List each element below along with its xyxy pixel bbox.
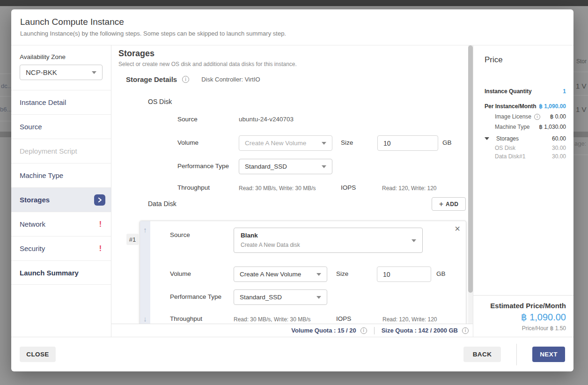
move-up-icon[interactable]: ↑ (140, 226, 150, 234)
close-button[interactable]: CLOSE (20, 347, 56, 362)
price-item-label: OS Disk (495, 145, 515, 151)
current-step-button[interactable] (94, 194, 105, 206)
add-button-label: ADD (446, 201, 458, 207)
data-disk-card: ↑ ↓ × Source Blank Create A New Data dis… (140, 221, 466, 324)
price-line-item: Machine Type ฿ 1,030.00 (495, 124, 566, 130)
price-item-value: ฿ 0.00 (550, 113, 566, 120)
storages-step-panel: Storages Select or create new OS disk an… (111, 45, 473, 337)
price-panel: Price Instance Quantity 1 Per Instance/M… (473, 45, 573, 337)
per-instance-label: Per Instance/Month (485, 103, 537, 110)
size-label: Size (336, 270, 348, 277)
divider (374, 327, 375, 334)
storages-expandable-row[interactable]: Storages 60.00 (485, 135, 566, 142)
chevron-down-icon (322, 142, 326, 145)
remove-disk-close-icon[interactable]: × (455, 224, 460, 233)
sidebar-item-network[interactable]: Network ! (11, 212, 111, 236)
source-label: Source (170, 231, 190, 238)
back-button[interactable]: BACK (463, 347, 501, 362)
price-line-item: OS Disk 30.00 (495, 145, 566, 151)
price-line-item: Data Disk#1 30.00 (495, 153, 566, 160)
data-disk-section-label: Data Disk (148, 200, 176, 207)
chevron-down-icon (316, 296, 321, 299)
price-item-value: ฿ 1,030.00 (539, 124, 566, 130)
price-heading: Price (485, 55, 503, 65)
page-description: Select or create new OS disk and additio… (118, 61, 297, 67)
data-source-select-value: Blank (241, 232, 258, 239)
throughput-label: Throughput (170, 315, 202, 322)
move-down-icon[interactable]: ↓ (140, 315, 150, 323)
background-top-bar (0, 0, 588, 6)
data-volume-select[interactable]: Create A New Volume (234, 267, 327, 282)
next-button[interactable]: NEXT (532, 347, 565, 362)
sidebar-item-security[interactable]: Security ! (11, 236, 111, 260)
scrollbar-track[interactable] (468, 45, 473, 324)
price-line-item: Image License i ฿ 0.00 (495, 113, 566, 120)
error-exclamation-icon: ! (99, 244, 102, 253)
price-item-label: Data Disk#1 (495, 153, 525, 160)
size-unit-label: GB (442, 139, 452, 146)
background-row-line (573, 155, 588, 155)
instance-quantity-row: Instance Quantity 1 (485, 88, 566, 95)
info-icon[interactable]: i (534, 114, 540, 120)
quota-bar: Volume Quota : 15 / 20 i Size Quota : 14… (111, 324, 473, 337)
sidebar-item-label: Source (20, 123, 42, 131)
collapse-caret-icon[interactable] (485, 137, 489, 140)
os-volume-select[interactable]: Create A New Volume (239, 135, 332, 151)
sidebar-item-machine-type[interactable]: Machine Type (11, 163, 111, 187)
chevron-down-icon (316, 273, 321, 276)
sidebar-item-storages[interactable]: Storages (11, 187, 111, 212)
sidebar-item-launch-summary[interactable]: Launch Summary (11, 260, 111, 285)
data-source-select[interactable]: Blank Create A New Data disk (234, 228, 423, 253)
price-item-value: 60.00 (552, 135, 566, 142)
dialog-subtitle: Launching Instance(s) by the following s… (20, 30, 565, 37)
os-performance-select[interactable]: Standard_SSD (239, 159, 332, 174)
instance-quantity-value: 1 (563, 88, 566, 95)
availability-zone-select[interactable]: NCP-BKK (20, 65, 103, 80)
sidebar-item-label: Storages (20, 196, 50, 204)
background-table-cell: dc... (1, 82, 13, 89)
plus-icon: + (439, 200, 443, 208)
background-table-header: Stor (576, 58, 587, 65)
data-size-input[interactable] (377, 267, 431, 282)
iops-label: IOPS (341, 184, 356, 191)
iops-value: Read: 120, Write: 120 (382, 316, 437, 323)
iops-value: Read: 120, Write: 120 (382, 185, 437, 192)
data-source-select-description: Create A New Data disk (241, 242, 300, 248)
os-size-input[interactable] (377, 135, 438, 151)
throughput-value: Read: 30 MB/s, Write: 30 MB/s (234, 316, 311, 323)
page-title: Storages (118, 49, 154, 59)
sidebar-item-source[interactable]: Source (11, 114, 111, 139)
background-row-line (0, 121, 11, 121)
background-row-line (0, 74, 11, 74)
steps-sidebar: Availability Zone NCP-BKK Instance Detai… (11, 45, 111, 337)
estimated-price-label: Estimated Price/Month (473, 302, 566, 310)
info-icon[interactable]: i (360, 327, 367, 334)
background-table-cell: b6... (0, 106, 12, 113)
volume-label: Volume (177, 139, 198, 146)
sidebar-item-label: Deployment Script (20, 147, 77, 155)
scrollbar-thumb[interactable] (468, 45, 473, 293)
sidebar-item-label: Security (20, 244, 45, 252)
throughput-value: Read: 30 MB/s, Write: 30 MB/s (239, 185, 316, 192)
data-volume-select-value: Create A New Volume (240, 271, 301, 278)
data-performance-select[interactable]: Standard_SSD (234, 289, 327, 305)
background-row-line (573, 72, 588, 72)
os-volume-select-value: Create A New Volume (245, 140, 306, 147)
throughput-label: Throughput (177, 184, 210, 191)
info-icon[interactable]: i (182, 76, 189, 83)
per-instance-row: Per Instance/Month ฿ 1,090.00 (485, 103, 566, 110)
add-data-disk-button[interactable]: + ADD (432, 197, 466, 211)
price-per-hour: Price/Hour ฿ 1.50 (473, 325, 566, 332)
footer-divider (516, 344, 517, 365)
chevron-right-icon (97, 197, 103, 203)
availability-zone-value: NCP-BKK (26, 68, 57, 76)
iops-label: IOPS (336, 315, 351, 322)
sidebar-item-label: Instance Detail (20, 98, 66, 106)
info-icon[interactable]: i (462, 327, 469, 334)
data-disk-index-badge: #1 (126, 234, 139, 245)
instance-quantity-label: Instance Quantity (485, 88, 532, 95)
sidebar-item-label: Launch Summary (20, 269, 79, 277)
sidebar-item-label: Machine Type (20, 171, 63, 179)
sidebar-item-instance-detail[interactable]: Instance Detail (11, 90, 111, 114)
background-table-cell: age: (574, 140, 586, 147)
